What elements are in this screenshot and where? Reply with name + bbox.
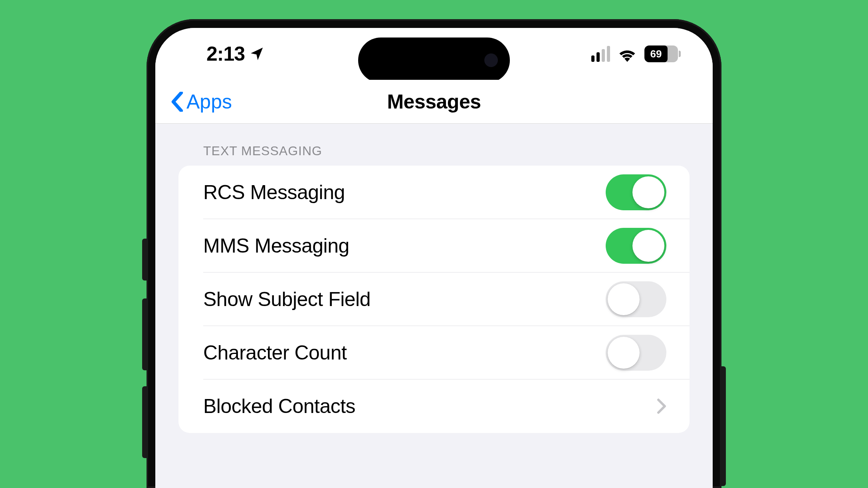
settings-row-show-subject-field: Show Subject Field xyxy=(178,273,690,326)
screen: 2:13 69 xyxy=(155,28,713,488)
side-button-volume-down xyxy=(142,386,147,458)
settings-row-mms-messaging: MMS Messaging xyxy=(178,219,690,273)
status-indicators: 69 xyxy=(591,45,681,62)
settings-list: RCS MessagingMMS MessagingShow Subject F… xyxy=(178,166,690,433)
dynamic-island xyxy=(358,38,510,83)
row-label: Character Count xyxy=(203,341,347,364)
chevron-left-icon xyxy=(171,92,183,112)
side-button-silent xyxy=(142,239,147,281)
phone-frame: 2:13 69 xyxy=(147,19,721,488)
toggle-knob xyxy=(608,283,640,315)
settings-row-character-count: Character Count xyxy=(178,326,690,379)
back-button[interactable]: Apps xyxy=(171,90,232,113)
toggle-switch[interactable] xyxy=(606,335,666,371)
row-label: Show Subject Field xyxy=(203,288,371,311)
navigation-bar: Apps Messages xyxy=(155,80,713,124)
row-label: MMS Messaging xyxy=(203,234,349,257)
toggle-switch[interactable] xyxy=(606,228,666,264)
settings-content: TEXT MESSAGING RCS MessagingMMS Messagin… xyxy=(155,124,713,433)
toggle-knob xyxy=(632,230,664,262)
status-bar: 2:13 69 xyxy=(155,28,713,80)
battery-level: 69 xyxy=(644,45,668,62)
toggle-knob xyxy=(608,337,640,369)
battery-indicator: 69 xyxy=(644,45,681,62)
side-button-power xyxy=(721,366,726,486)
status-time: 2:13 xyxy=(206,42,245,65)
location-icon xyxy=(250,46,265,61)
side-button-volume-up xyxy=(142,298,147,370)
chevron-right-icon xyxy=(657,398,666,414)
toggle-switch[interactable] xyxy=(606,174,666,210)
front-camera xyxy=(484,53,498,67)
toggle-knob xyxy=(632,176,664,208)
row-label: RCS Messaging xyxy=(203,181,345,204)
back-label: Apps xyxy=(186,90,232,113)
section-header: TEXT MESSAGING xyxy=(178,140,690,166)
status-time-group: 2:13 xyxy=(206,42,265,65)
row-label: Blocked Contacts xyxy=(203,395,355,418)
page-title: Messages xyxy=(387,90,481,113)
wifi-icon xyxy=(617,46,637,62)
settings-row-blocked-contacts[interactable]: Blocked Contacts xyxy=(178,379,690,433)
toggle-switch[interactable] xyxy=(606,281,666,317)
settings-row-rcs-messaging: RCS Messaging xyxy=(178,166,690,219)
cellular-signal-icon xyxy=(591,46,610,62)
